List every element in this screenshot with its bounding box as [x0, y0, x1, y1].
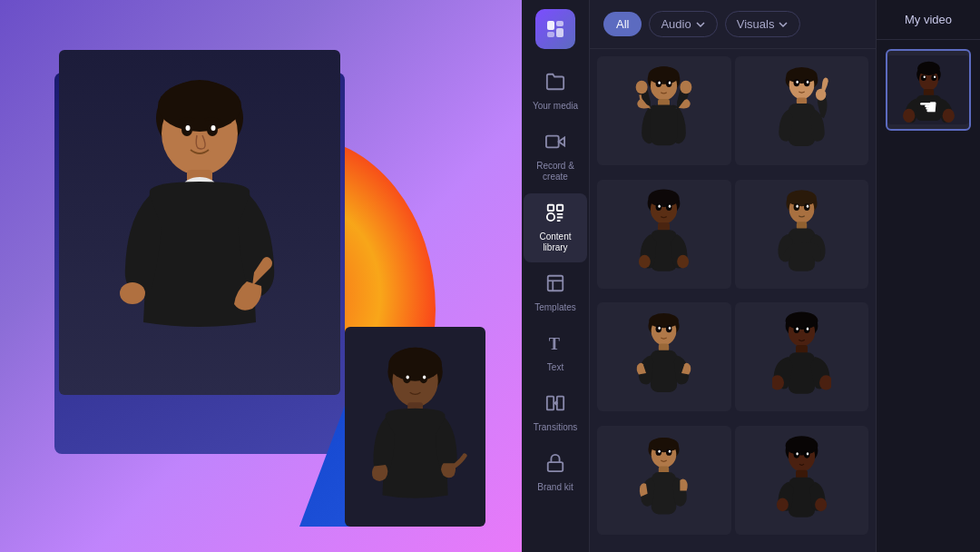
content-area: All Audio Visuals — [590, 0, 876, 552]
svg-rect-33 — [548, 462, 564, 471]
svg-point-113 — [796, 452, 798, 455]
avatar-grid-3 — [634, 189, 693, 280]
filter-audio-dropdown[interactable]: Audio — [649, 11, 717, 37]
svg-point-36 — [649, 66, 680, 84]
grid-cell-2[interactable] — [735, 56, 869, 165]
filter-all-button[interactable]: All — [603, 12, 642, 36]
svg-point-126 — [934, 75, 936, 78]
svg-point-110 — [815, 498, 827, 511]
grid-cell-7[interactable] — [597, 426, 731, 535]
video-camera-icon — [545, 132, 565, 157]
svg-point-102 — [659, 449, 661, 452]
svg-marker-22 — [559, 137, 564, 145]
svg-point-122 — [943, 109, 955, 123]
logo-icon — [544, 18, 566, 40]
avatar-grid-2 — [772, 65, 831, 156]
grid-cell-8[interactable] — [735, 426, 869, 535]
sidebar-item-label: Brand kit — [537, 482, 573, 493]
svg-point-103 — [669, 449, 671, 452]
chevron-down-icon — [695, 19, 706, 30]
svg-text:T: T — [549, 335, 560, 353]
svg-rect-27 — [548, 276, 564, 291]
avatar-grid-5 — [634, 311, 693, 402]
svg-point-106 — [785, 436, 818, 455]
svg-point-114 — [807, 452, 808, 455]
sidebar: Your media Record & create — [522, 0, 590, 552]
svg-rect-25 — [557, 205, 563, 211]
svg-point-8 — [186, 125, 191, 131]
svg-point-42 — [659, 82, 661, 84]
grid-cell-6[interactable] — [735, 302, 869, 411]
sidebar-item-label: Transitions — [534, 422, 578, 433]
avatar-grid-6 — [772, 311, 831, 402]
main-avatar-svg — [100, 68, 299, 377]
svg-point-57 — [649, 189, 680, 207]
svg-point-121 — [903, 109, 915, 123]
svg-point-73 — [796, 204, 798, 207]
grid-cell-3[interactable] — [597, 180, 731, 289]
svg-rect-31 — [547, 397, 554, 410]
svg-point-5 — [120, 282, 145, 304]
svg-rect-79 — [651, 350, 677, 392]
sidebar-item-label: Templates — [534, 302, 576, 313]
svg-rect-23 — [546, 136, 559, 148]
svg-point-16 — [406, 375, 408, 379]
sidebar-item-label: Your media — [533, 101, 578, 112]
my-video-thumbnail[interactable]: ☚ — [886, 49, 971, 131]
filter-visuals-dropdown[interactable]: Visuals — [725, 11, 801, 37]
svg-point-64 — [659, 204, 661, 207]
svg-point-94 — [807, 328, 808, 330]
svg-point-12 — [388, 348, 442, 381]
svg-rect-49 — [789, 104, 815, 146]
svg-point-86 — [785, 311, 818, 330]
folder-icon — [545, 72, 565, 97]
transitions-icon — [545, 393, 565, 419]
filter-bar: All Audio Visuals — [590, 0, 876, 49]
avatar-grid — [590, 49, 876, 552]
sidebar-item-your-media[interactable]: Your media — [524, 63, 587, 121]
sidebar-item-text[interactable]: T Text — [524, 324, 587, 382]
svg-point-26 — [547, 213, 554, 221]
svg-point-77 — [650, 313, 680, 328]
my-video-panel: My video ☚ — [876, 0, 980, 552]
sidebar-item-label: Content library — [528, 232, 583, 253]
svg-rect-18 — [547, 21, 554, 30]
svg-point-82 — [659, 327, 661, 330]
main-avatar-card — [59, 50, 340, 395]
sidebar-item-label: Text — [547, 362, 564, 373]
sidebar-item-content-library[interactable]: Content library — [524, 193, 587, 262]
my-video-header: My video — [877, 0, 980, 40]
filter-visuals-label: Visuals — [737, 17, 775, 31]
sidebar-item-transitions[interactable]: Transitions — [524, 384, 587, 442]
grid-cell-1[interactable] — [597, 56, 731, 165]
grid-cell-5[interactable] — [597, 302, 731, 411]
svg-point-123 — [921, 74, 926, 81]
svg-rect-99 — [652, 472, 677, 514]
sidebar-item-brand-kit[interactable]: Brand kit — [524, 444, 587, 502]
svg-point-97 — [650, 437, 680, 451]
brand-icon — [545, 453, 565, 478]
svg-point-125 — [924, 75, 926, 78]
svg-point-54 — [807, 81, 808, 84]
svg-point-65 — [669, 204, 671, 207]
svg-rect-88 — [789, 352, 815, 394]
svg-point-17 — [422, 375, 425, 379]
sidebar-item-label: Record & create — [528, 161, 583, 182]
svg-point-38 — [636, 81, 648, 94]
small-avatar-card — [345, 327, 485, 527]
avatar-grid-8 — [772, 435, 831, 526]
library-icon — [545, 202, 565, 228]
svg-point-118 — [917, 62, 940, 75]
svg-point-68 — [787, 190, 817, 206]
chevron-down-icon — [778, 19, 789, 30]
svg-point-53 — [796, 81, 798, 84]
svg-rect-19 — [556, 21, 564, 26]
editor-panel: Your media Record & create — [522, 0, 980, 552]
filter-audio-label: Audio — [661, 17, 691, 31]
svg-point-9 — [211, 125, 216, 131]
grid-cell-4[interactable] — [735, 180, 869, 289]
svg-point-74 — [807, 204, 808, 207]
svg-point-124 — [931, 74, 936, 81]
sidebar-item-record-create[interactable]: Record & create — [524, 123, 587, 192]
sidebar-item-templates[interactable]: Templates — [524, 264, 587, 322]
